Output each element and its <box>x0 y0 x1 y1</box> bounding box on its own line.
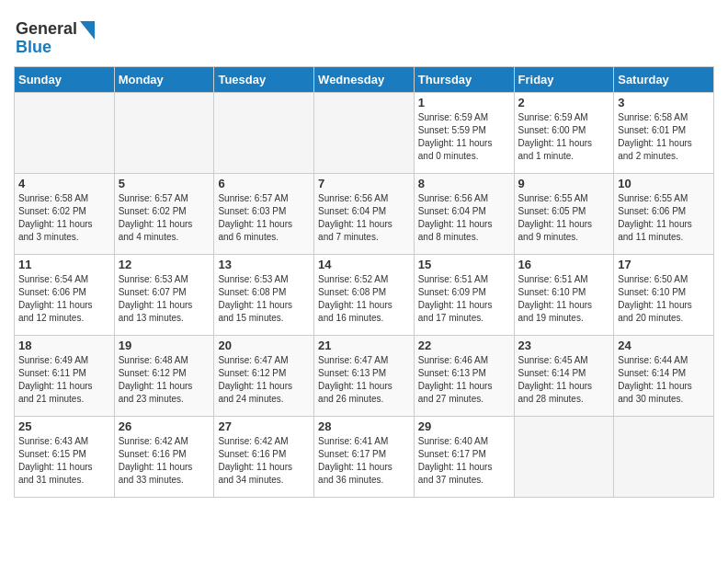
week-row-4: 25Sunrise: 6:43 AM Sunset: 6:15 PM Dayli… <box>15 417 714 498</box>
calendar-cell: 21Sunrise: 6:47 AM Sunset: 6:13 PM Dayli… <box>314 336 415 417</box>
day-number: 4 <box>18 177 110 190</box>
logo-text: General Blue <box>14 14 97 62</box>
calendar-cell: 24Sunrise: 6:44 AM Sunset: 6:14 PM Dayli… <box>614 336 714 417</box>
calendar-cell: 11Sunrise: 6:54 AM Sunset: 6:06 PM Dayli… <box>15 255 115 336</box>
calendar-cell: 8Sunrise: 6:56 AM Sunset: 6:04 PM Daylig… <box>414 174 514 255</box>
calendar-cell <box>114 93 214 174</box>
week-row-0: 1Sunrise: 6:59 AM Sunset: 5:59 PM Daylig… <box>15 93 714 174</box>
day-info: Sunrise: 6:58 AM Sunset: 6:01 PM Dayligh… <box>618 111 710 163</box>
day-number: 15 <box>418 258 510 271</box>
calendar-cell: 13Sunrise: 6:53 AM Sunset: 6:08 PM Dayli… <box>214 255 314 336</box>
day-info: Sunrise: 6:53 AM Sunset: 6:08 PM Dayligh… <box>218 273 310 325</box>
day-info: Sunrise: 6:52 AM Sunset: 6:08 PM Dayligh… <box>318 273 410 325</box>
logo: General Blue <box>14 14 97 62</box>
header-row: SundayMondayTuesdayWednesdayThursdayFrid… <box>15 67 714 93</box>
day-info: Sunrise: 6:56 AM Sunset: 6:04 PM Dayligh… <box>318 192 410 244</box>
calendar-cell: 12Sunrise: 6:53 AM Sunset: 6:07 PM Dayli… <box>114 255 214 336</box>
calendar-cell: 19Sunrise: 6:48 AM Sunset: 6:12 PM Dayli… <box>114 336 214 417</box>
day-info: Sunrise: 6:58 AM Sunset: 6:02 PM Dayligh… <box>18 192 110 244</box>
day-info: Sunrise: 6:50 AM Sunset: 6:10 PM Dayligh… <box>618 273 710 325</box>
day-info: Sunrise: 6:49 AM Sunset: 6:11 PM Dayligh… <box>18 354 110 406</box>
calendar-table: SundayMondayTuesdayWednesdayThursdayFrid… <box>14 66 714 498</box>
calendar-cell: 6Sunrise: 6:57 AM Sunset: 6:03 PM Daylig… <box>214 174 314 255</box>
day-info: Sunrise: 6:53 AM Sunset: 6:07 PM Dayligh… <box>119 273 210 325</box>
week-row-2: 11Sunrise: 6:54 AM Sunset: 6:06 PM Dayli… <box>15 255 714 336</box>
day-info: Sunrise: 6:43 AM Sunset: 6:15 PM Dayligh… <box>18 435 110 487</box>
week-row-3: 18Sunrise: 6:49 AM Sunset: 6:11 PM Dayli… <box>15 336 714 417</box>
day-number: 2 <box>518 96 610 109</box>
calendar-cell: 4Sunrise: 6:58 AM Sunset: 6:02 PM Daylig… <box>15 174 115 255</box>
header-cell-tuesday: Tuesday <box>214 67 314 93</box>
header-cell-sunday: Sunday <box>15 67 115 93</box>
day-number: 29 <box>418 419 510 433</box>
day-info: Sunrise: 6:47 AM Sunset: 6:12 PM Dayligh… <box>218 354 310 406</box>
day-number: 1 <box>418 96 510 109</box>
calendar-cell: 9Sunrise: 6:55 AM Sunset: 6:05 PM Daylig… <box>514 174 614 255</box>
day-number: 7 <box>318 177 410 190</box>
day-info: Sunrise: 6:57 AM Sunset: 6:02 PM Dayligh… <box>119 192 210 244</box>
calendar-cell <box>15 93 115 174</box>
day-info: Sunrise: 6:51 AM Sunset: 6:09 PM Dayligh… <box>418 273 510 325</box>
calendar-cell: 25Sunrise: 6:43 AM Sunset: 6:15 PM Dayli… <box>15 417 115 498</box>
header-cell-thursday: Thursday <box>414 67 514 93</box>
calendar-cell: 16Sunrise: 6:51 AM Sunset: 6:10 PM Dayli… <box>514 255 614 336</box>
day-number: 19 <box>119 339 210 352</box>
page: General Blue SundayMondayTuesdayWednesda… <box>0 0 728 507</box>
day-number: 28 <box>318 419 410 433</box>
calendar-cell: 1Sunrise: 6:59 AM Sunset: 5:59 PM Daylig… <box>414 93 514 174</box>
day-info: Sunrise: 6:55 AM Sunset: 6:05 PM Dayligh… <box>518 192 610 244</box>
calendar-cell: 29Sunrise: 6:40 AM Sunset: 6:17 PM Dayli… <box>414 417 514 498</box>
calendar-cell: 23Sunrise: 6:45 AM Sunset: 6:14 PM Dayli… <box>514 336 614 417</box>
header: General Blue <box>14 9 714 62</box>
svg-marker-2 <box>80 21 95 40</box>
header-cell-saturday: Saturday <box>614 67 714 93</box>
calendar-cell: 5Sunrise: 6:57 AM Sunset: 6:02 PM Daylig… <box>114 174 214 255</box>
calendar-cell: 20Sunrise: 6:47 AM Sunset: 6:12 PM Dayli… <box>214 336 314 417</box>
day-number: 25 <box>18 419 110 433</box>
day-number: 11 <box>18 258 110 271</box>
calendar-cell: 14Sunrise: 6:52 AM Sunset: 6:08 PM Dayli… <box>314 255 415 336</box>
day-number: 8 <box>418 177 510 190</box>
day-info: Sunrise: 6:54 AM Sunset: 6:06 PM Dayligh… <box>18 273 110 325</box>
day-number: 23 <box>518 339 610 352</box>
calendar-cell <box>214 93 314 174</box>
calendar-cell <box>614 417 714 498</box>
day-info: Sunrise: 6:41 AM Sunset: 6:17 PM Dayligh… <box>318 435 410 487</box>
svg-text:Blue: Blue <box>16 38 51 56</box>
calendar-cell <box>314 93 415 174</box>
calendar-cell: 15Sunrise: 6:51 AM Sunset: 6:09 PM Dayli… <box>414 255 514 336</box>
day-number: 18 <box>18 339 110 352</box>
day-number: 12 <box>119 258 210 271</box>
day-info: Sunrise: 6:59 AM Sunset: 6:00 PM Dayligh… <box>518 111 610 163</box>
day-info: Sunrise: 6:55 AM Sunset: 6:06 PM Dayligh… <box>618 192 710 244</box>
calendar-cell: 26Sunrise: 6:42 AM Sunset: 6:16 PM Dayli… <box>114 417 214 498</box>
day-number: 6 <box>218 177 310 190</box>
day-info: Sunrise: 6:47 AM Sunset: 6:13 PM Dayligh… <box>318 354 410 406</box>
day-number: 20 <box>218 339 310 352</box>
header-cell-wednesday: Wednesday <box>314 67 415 93</box>
logo-icon: General Blue <box>14 14 97 58</box>
calendar-cell: 22Sunrise: 6:46 AM Sunset: 6:13 PM Dayli… <box>414 336 514 417</box>
calendar-cell <box>514 417 614 498</box>
calendar-cell: 17Sunrise: 6:50 AM Sunset: 6:10 PM Dayli… <box>614 255 714 336</box>
day-number: 17 <box>618 258 710 271</box>
day-info: Sunrise: 6:45 AM Sunset: 6:14 PM Dayligh… <box>518 354 610 406</box>
day-info: Sunrise: 6:59 AM Sunset: 5:59 PM Dayligh… <box>418 111 510 163</box>
header-cell-friday: Friday <box>514 67 614 93</box>
day-number: 26 <box>119 419 210 433</box>
day-number: 21 <box>318 339 410 352</box>
day-info: Sunrise: 6:51 AM Sunset: 6:10 PM Dayligh… <box>518 273 610 325</box>
day-number: 14 <box>318 258 410 271</box>
day-number: 9 <box>518 177 610 190</box>
calendar-cell: 27Sunrise: 6:42 AM Sunset: 6:16 PM Dayli… <box>214 417 314 498</box>
calendar-cell: 10Sunrise: 6:55 AM Sunset: 6:06 PM Dayli… <box>614 174 714 255</box>
day-info: Sunrise: 6:42 AM Sunset: 6:16 PM Dayligh… <box>218 435 310 487</box>
day-info: Sunrise: 6:42 AM Sunset: 6:16 PM Dayligh… <box>119 435 210 487</box>
day-info: Sunrise: 6:40 AM Sunset: 6:17 PM Dayligh… <box>418 435 510 487</box>
day-info: Sunrise: 6:46 AM Sunset: 6:13 PM Dayligh… <box>418 354 510 406</box>
day-info: Sunrise: 6:56 AM Sunset: 6:04 PM Dayligh… <box>418 192 510 244</box>
calendar-cell: 3Sunrise: 6:58 AM Sunset: 6:01 PM Daylig… <box>614 93 714 174</box>
day-number: 24 <box>618 339 710 352</box>
day-number: 5 <box>119 177 210 190</box>
calendar-cell: 2Sunrise: 6:59 AM Sunset: 6:00 PM Daylig… <box>514 93 614 174</box>
